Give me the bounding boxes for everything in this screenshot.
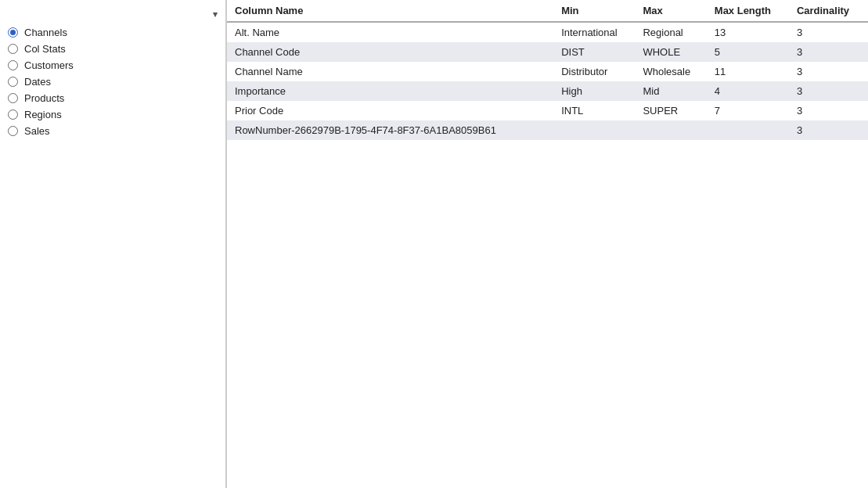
cell-row0-col4: 3 bbox=[791, 22, 868, 42]
cell-row1-col2: WHOLE bbox=[636, 42, 708, 62]
cell-row0-col2: Regional bbox=[636, 22, 708, 42]
cell-row2-col1: Distributor bbox=[555, 62, 636, 81]
cell-row5-col1 bbox=[555, 120, 636, 140]
table-row: Alt. NameInternationalRegional133 bbox=[227, 22, 868, 42]
table-row: Channel CodeDISTWHOLE53 bbox=[227, 42, 868, 62]
table-row: Channel NameDistributorWholesale113 bbox=[227, 62, 868, 81]
cell-row0-col3: 13 bbox=[708, 22, 791, 42]
table-row: ImportanceHighMid43 bbox=[227, 81, 868, 101]
cell-row3-col4: 3 bbox=[791, 81, 868, 101]
main-content: Column NameMinMaxMax LengthCardinality A… bbox=[227, 0, 868, 488]
cell-row1-col4: 3 bbox=[791, 42, 868, 62]
cell-row3-col1: High bbox=[555, 81, 636, 101]
sidebar-items-list: ChannelsCol StatsCustomersDatesProductsR… bbox=[0, 24, 225, 482]
sidebar-item-label-sales: Sales bbox=[24, 125, 50, 137]
sidebar-item-channels[interactable]: Channels bbox=[0, 24, 225, 41]
cell-row2-col3: 11 bbox=[708, 62, 791, 81]
cell-row3-col2: Mid bbox=[636, 81, 708, 101]
cell-row2-col4: 3 bbox=[791, 62, 868, 81]
sidebar-item-regions[interactable]: Regions bbox=[0, 106, 225, 123]
radio-customers[interactable] bbox=[8, 60, 18, 70]
cell-row5-col0: RowNumber-2662979B-1795-4F74-8F37-6A1BA8… bbox=[227, 120, 555, 140]
sidebar-header: ▾ bbox=[0, 6, 225, 24]
sidebar-item-customers[interactable]: Customers bbox=[0, 57, 225, 74]
data-table: Column NameMinMaxMax LengthCardinality A… bbox=[227, 0, 868, 140]
radio-regions[interactable] bbox=[8, 109, 18, 120]
sidebar: ▾ ChannelsCol StatsCustomersDatesProduct… bbox=[0, 0, 227, 488]
cell-row0-col1: International bbox=[555, 22, 636, 42]
cell-row1-col0: Channel Code bbox=[227, 42, 555, 62]
sidebar-item-col-stats[interactable]: Col Stats bbox=[0, 41, 225, 57]
cell-row5-col4: 3 bbox=[791, 120, 868, 140]
sidebar-item-dates[interactable]: Dates bbox=[0, 74, 225, 90]
chevron-down-icon[interactable]: ▾ bbox=[213, 9, 218, 20]
cell-row1-col1: DIST bbox=[555, 42, 636, 62]
col-header-max-length[interactable]: Max Length bbox=[708, 0, 791, 22]
cell-row2-col0: Channel Name bbox=[227, 62, 555, 81]
cell-row4-col3: 7 bbox=[708, 101, 791, 120]
sidebar-item-label-col-stats: Col Stats bbox=[24, 43, 66, 55]
col-header-cardinality[interactable]: Cardinality bbox=[791, 0, 868, 22]
cell-row3-col3: 4 bbox=[708, 81, 791, 101]
cell-row4-col2: SUPER bbox=[636, 101, 708, 120]
sidebar-item-products[interactable]: Products bbox=[0, 90, 225, 106]
radio-col-stats[interactable] bbox=[8, 44, 18, 54]
cell-row0-col0: Alt. Name bbox=[227, 22, 555, 42]
cell-row4-col1: INTL bbox=[555, 101, 636, 120]
col-header-min[interactable]: Min bbox=[555, 0, 636, 22]
sidebar-item-sales[interactable]: Sales bbox=[0, 123, 225, 139]
table-scroll-area: Column NameMinMaxMax LengthCardinality A… bbox=[227, 0, 868, 488]
radio-channels[interactable] bbox=[8, 27, 18, 38]
sidebar-item-label-regions: Regions bbox=[24, 109, 62, 120]
cell-row5-col2 bbox=[636, 120, 708, 140]
sidebar-item-label-products: Products bbox=[24, 92, 64, 104]
cell-row5-col3 bbox=[708, 120, 791, 140]
table-row: Prior CodeINTLSUPER73 bbox=[227, 101, 868, 120]
radio-sales[interactable] bbox=[8, 126, 18, 136]
cell-row4-col4: 3 bbox=[791, 101, 868, 120]
col-header-max[interactable]: Max bbox=[636, 0, 708, 22]
col-header-column-name[interactable]: Column Name bbox=[227, 0, 555, 22]
radio-products[interactable] bbox=[8, 93, 18, 103]
table-row: RowNumber-2662979B-1795-4F74-8F37-6A1BA8… bbox=[227, 120, 868, 140]
sidebar-item-label-dates: Dates bbox=[24, 76, 51, 88]
cell-row4-col0: Prior Code bbox=[227, 101, 555, 120]
cell-row1-col3: 5 bbox=[708, 42, 791, 62]
radio-dates[interactable] bbox=[8, 77, 18, 87]
cell-row3-col0: Importance bbox=[227, 81, 555, 101]
sidebar-item-label-customers: Customers bbox=[24, 59, 74, 71]
sidebar-item-label-channels: Channels bbox=[24, 27, 67, 38]
cell-row2-col2: Wholesale bbox=[636, 62, 708, 81]
